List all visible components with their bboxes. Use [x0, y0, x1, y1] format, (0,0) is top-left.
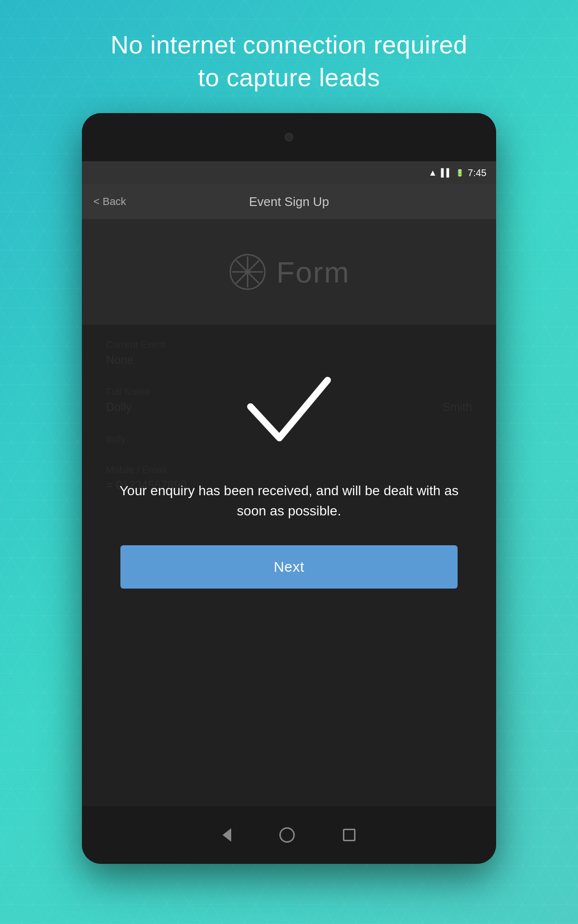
nav-home-button[interactable] — [279, 827, 295, 843]
brand-logo: Form — [228, 253, 350, 291]
checkmark-icon — [236, 354, 342, 460]
page-title: No internet connection required to captu… — [110, 29, 467, 94]
brand-icon — [228, 253, 267, 291]
status-icons: ▲ ▌▌ 🔋 7:45 — [429, 167, 486, 179]
wifi-icon: ▲ — [429, 168, 437, 178]
signal-icon: ▌▌ — [441, 168, 452, 177]
nav-back-icon — [223, 828, 231, 842]
nav-home-icon — [279, 827, 295, 843]
nav-recent-icon — [343, 829, 355, 841]
top-bezel — [82, 113, 496, 161]
svg-point-5 — [245, 270, 250, 274]
checkmark-container — [236, 354, 342, 462]
app-header: < Back Event Sign Up — [82, 184, 496, 219]
confirmation-overlay: Your enquiry has been received, and will… — [82, 325, 496, 806]
nav-recent-button[interactable] — [343, 829, 355, 841]
battery-icon: 🔋 — [456, 169, 464, 177]
nav-back-button[interactable] — [223, 828, 231, 842]
status-bar: ▲ ▌▌ 🔋 7:45 — [82, 161, 496, 184]
front-camera — [285, 133, 293, 141]
form-section: Current Event None Full Name DollySmith … — [82, 325, 496, 806]
screen: ▲ ▌▌ 🔋 7:45 < Back Event Sign Up — [82, 161, 496, 806]
time-display: 7:45 — [468, 167, 486, 179]
tablet-device: ▲ ▌▌ 🔋 7:45 < Back Event Sign Up — [82, 113, 496, 864]
confirmation-message: Your enquiry has been received, and will… — [82, 481, 496, 521]
app-title: Event Sign Up — [249, 194, 329, 209]
bottom-bezel — [82, 806, 496, 864]
brand-name: Form — [276, 255, 350, 289]
back-button[interactable]: < Back — [93, 195, 126, 208]
brand-area: Form — [82, 219, 496, 325]
next-button[interactable]: Next — [120, 545, 458, 589]
